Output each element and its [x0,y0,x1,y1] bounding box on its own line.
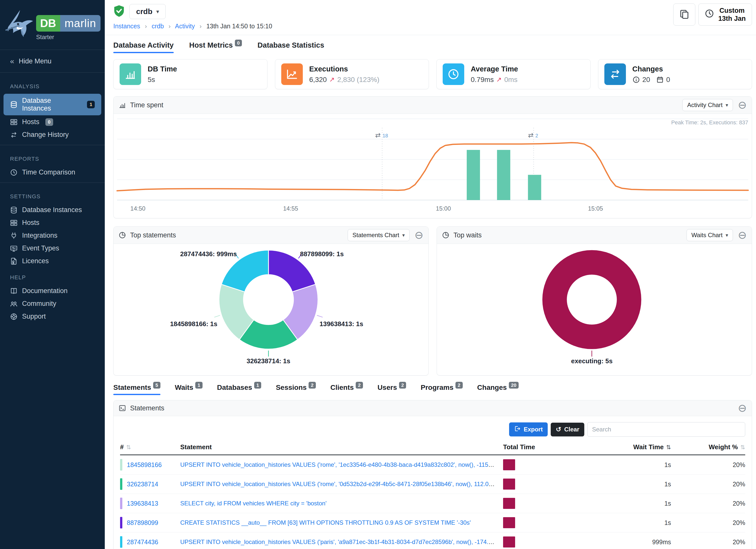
detail-tab-programs[interactable]: Programs2 [421,384,462,395]
column-header-id[interactable]: #⇅ [120,443,180,451]
column-header-weight[interactable]: Weight %⇅ [671,443,745,451]
collapse-panel-button[interactable]: ⊖ [738,100,747,110]
list-icon [119,404,126,412]
count-badge: 0 [235,40,242,46]
kpi-delta: 2,830 (123%) [337,76,379,84]
wait-time-value: 999ms [613,538,671,546]
hide-menu-button[interactable]: « Hide Menu [0,54,105,68]
sidebar-item-licences[interactable]: Licences [4,255,101,267]
sidebar-item-label: Licences [22,257,49,265]
breadcrumb-separator: › [200,23,202,30]
count-badge: 2 [455,382,463,389]
weight-value: 20% [671,500,745,507]
sidebar-item-event-types[interactable]: Event Types [4,242,101,254]
breadcrumb: Instances › crdb › Activity › 13th Jan 1… [113,23,752,30]
sidebar-item-support[interactable]: Support [4,310,101,323]
sidebar-item-label: Documentation [22,287,68,295]
tab-database-activity[interactable]: Database Activity [113,41,174,53]
instance-selector[interactable]: crdb ▾ [129,4,166,19]
trend-up-icon: ↗ [496,76,502,83]
kpi-changes: Changes 20 0 [598,59,752,89]
clear-button[interactable]: ↺ Clear [551,423,584,436]
trend-up-icon: ↗ [329,76,335,83]
column-header-wait-time[interactable]: Wait Time⇅ [613,443,671,451]
sidebar-item-documentation[interactable]: Documentation [4,285,101,297]
statement-sql-link[interactable]: UPSERT INTO vehicle_location_histories V… [180,461,503,468]
total-time-bar [503,459,515,470]
kpi-executions: Executions 6,320 ↗ 2,830 (123%) [275,59,429,89]
tab-label: Sessions [276,384,307,391]
statement-id-link[interactable]: 139638413 [127,500,158,507]
column-header-total-time[interactable]: Total Time [503,443,613,451]
breadcrumb-crdb[interactable]: crdb [152,23,164,30]
app-logo: DB marlin Starter [0,6,105,46]
sidebar-item-database-instances[interactable]: Database Instances1 [4,94,101,115]
time-range-button[interactable]: Custom 13th Jan [698,4,752,26]
divider [0,72,105,73]
tab-host-metrics[interactable]: Host Metrics0 [189,41,242,53]
detail-tab-databases[interactable]: Databases1 [217,384,261,395]
statement-id-link[interactable]: 887898099 [127,519,158,526]
count-badge: 1 [254,382,261,389]
database-icon [10,206,18,214]
donut-slice-executing[interactable] [555,262,629,337]
kpi-row: DB Time 5s Executions 6,320 ↗ 2,830 (123… [113,59,752,89]
statements-table-panel: Statements ⊖ Export ↺ Clear #⇅ Statement… [113,400,752,549]
copy-link-button[interactable] [673,4,695,26]
time-range-date: 13th Jan [718,15,746,23]
sidebar-item-database-instances[interactable]: Database Instances [4,204,101,216]
detail-tab-statements[interactable]: Statements5 [113,384,160,395]
detail-tab-waits[interactable]: Waits1 [175,384,203,395]
collapse-panel-button[interactable]: ⊖ [738,230,747,240]
top-statements-donut: 887898099: 1s139638413: 1s326238714: 1s1… [114,244,428,375]
collapse-panel-button[interactable]: ⊖ [738,403,747,413]
export-button[interactable]: Export [509,422,548,436]
kpi-value: 5s [148,76,155,84]
statement-sql-link[interactable]: CREATE STATISTICS __auto__ FROM [63] WIT… [180,519,471,526]
sidebar-item-label: Time Comparison [22,168,75,176]
x-axis-tick: 15:05 [588,205,603,212]
sidebar-item-integrations[interactable]: Integrations [4,229,101,242]
count-badge: 1 [87,101,95,108]
statement-sql-link[interactable]: UPSERT INTO vehicle_location_histories V… [180,538,503,545]
statement-id-link[interactable]: 287474436 [127,538,158,546]
tab-label: Statements [113,384,151,391]
statement-color-chip [120,478,122,490]
statement-color-chip [120,498,122,509]
detail-tab-clients[interactable]: Clients2 [330,384,363,395]
sidebar-item-time-comparison[interactable]: Time Comparison [4,166,101,178]
tab-label: Database Statistics [257,41,324,49]
detail-tab-changes[interactable]: Changes20 [477,384,519,395]
kpi-title: Executions [309,65,380,73]
weight-value: 20% [671,461,745,469]
activity-chart-menu-button[interactable]: Activity Chart ▾ [682,99,733,111]
lifebuoy-icon [10,313,18,320]
sidebar-item-change-history[interactable]: Change History [4,129,101,141]
pie-chart-icon [442,231,449,239]
detail-tabs: Statements5Waits1Databases1Sessions2Clie… [113,384,752,395]
breadcrumb-activity[interactable]: Activity [175,23,195,30]
wait-time-value: 1s [613,481,671,488]
sidebar-item-label: Database Instances [22,97,81,112]
breadcrumb-instances[interactable]: Instances [113,23,140,30]
statements-chart-menu-button[interactable]: Statements Chart ▾ [348,229,410,241]
statement-id-link[interactable]: 1845898166 [127,461,162,469]
plug-icon [10,232,18,239]
tab-database-statistics[interactable]: Database Statistics [257,41,324,53]
waits-chart-menu-button[interactable]: Waits Chart ▾ [687,229,733,241]
collapse-panel-button[interactable]: ⊖ [415,230,423,240]
search-input[interactable] [587,422,745,437]
statement-sql-link[interactable]: UPSERT INTO vehicle_location_histories V… [180,481,503,487]
statement-id-link[interactable]: 326238714 [127,481,158,488]
sidebar-item-hosts[interactable]: Hosts0 [4,116,101,128]
statement-sql-link[interactable]: SELECT city, id FROM vehicles WHERE city… [180,500,327,507]
column-header-statement[interactable]: Statement [180,443,503,451]
detail-tab-sessions[interactable]: Sessions2 [276,384,316,395]
sidebar-item-community[interactable]: Community [4,298,101,310]
kpi-average-time: Average Time 0.79ms ↗ 0ms [436,59,591,89]
kpi-info-count: 20 [642,76,650,84]
hide-menu-label: Hide Menu [19,57,52,65]
detail-tab-users[interactable]: Users2 [377,384,406,395]
sidebar-item-hosts[interactable]: Hosts [4,217,101,229]
bar-chart-icon [119,101,126,109]
